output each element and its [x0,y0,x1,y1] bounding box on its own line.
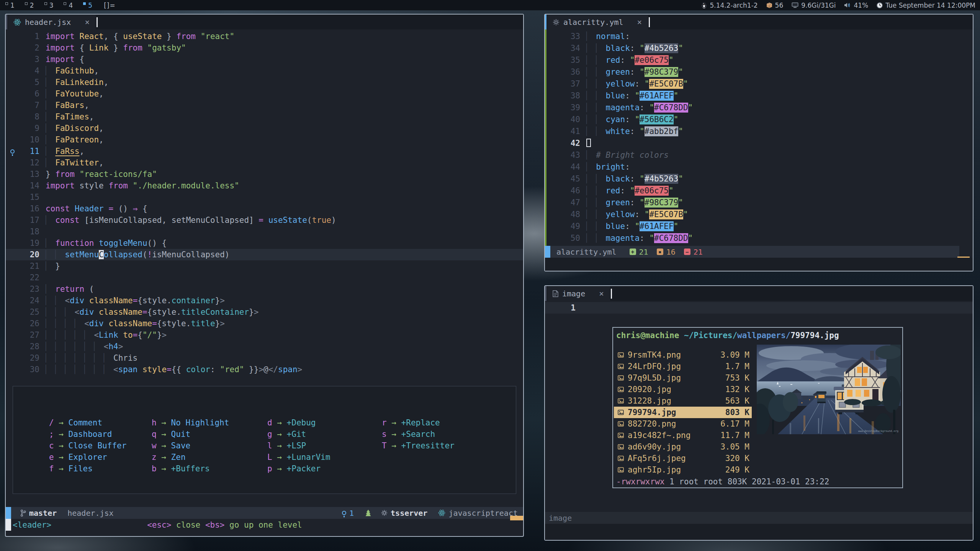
layout-symbol[interactable]: []= [104,2,116,9]
token: : [630,127,640,136]
whichkey-binding-f[interactable]: f → Files [13,463,116,474]
token: ▏ [46,112,55,121]
whichkey-binding-h[interactable]: h → No Highlight [116,417,233,428]
tab-header-jsx[interactable]: header.jsx × [8,15,96,29]
code-line-39[interactable]: 39▏ ▏ magenta: "#C678DD" [546,102,973,114]
code-line-44[interactable]: 44▏ bright: [546,161,973,173]
code-line-1[interactable]: 1import React, { useState } from "react" [6,31,523,42]
code-line-42[interactable]: 42 [546,137,973,149]
whichkey-binding-b[interactable]: b → +Buffers [116,463,233,474]
file-row-31228.jpg[interactable]: 31228.jpg563 K [614,395,752,407]
tab-alacritty-yml[interactable]: alacritty.yml × [547,15,648,29]
workspace-3[interactable]: 3 [44,2,54,9]
code-line-49[interactable]: 49▏ ▏ blue: "#61AFEF" [546,221,973,232]
code-line-19[interactable]: 19▏ function toggleMenu() { [6,237,523,249]
code-line-8[interactable]: 8▏ FaTimes, [6,111,523,123]
file-row-799794.jpg[interactable]: 799794.jpg803 K [614,407,752,418]
workspace-5-active[interactable]: 5 [83,2,92,9]
tab-close-icon[interactable]: × [637,18,642,27]
file-row-a19c482f~.png[interactable]: a19c482f~.png11.7 M [614,430,752,441]
whichkey-binding-w[interactable]: w → Save [116,440,233,451]
file-list: 9rsmTK4.png3.09 M24LrDFQ.jpg1.7 M97q9L5D… [614,349,752,476]
code-line-14[interactable]: 14import style from "./header.module.les… [6,180,523,191]
whichkey-binding-L[interactable]: L → +LunarVim [233,451,348,463]
whichkey-binding-;[interactable]: ; → Dashboard [13,428,116,440]
whichkey-binding-q[interactable]: q → Quit [116,428,233,440]
token: magenta [606,234,640,243]
file-row-97q9L5D.jpg[interactable]: 97q9L5D.jpg753 K [614,372,752,384]
whichkey-binding-l[interactable]: l → +LSP [233,440,348,451]
whichkey-binding-e[interactable]: e → Explorer [13,451,116,463]
code-line-34[interactable]: 34▏ ▏ black: "#4b5263" [546,43,973,54]
whichkey-binding-g[interactable]: g → +Git [233,428,348,440]
code-line-30[interactable]: 30▏ ▏ ▏ ▏ ▏ ▏ ▏ <span style={{ color: "r… [6,364,523,375]
code-line-11[interactable]: 11▏ FaRss, [6,146,523,157]
code-line-36[interactable]: 36▏ ▏ green: "#98C379" [546,66,973,78]
code-line-2[interactable]: 2import { Link } from "gatsby" [6,42,523,54]
whichkey-binding-p[interactable]: p → +Packer [233,463,348,474]
code-line-35[interactable]: 35▏ ▏ red: "#e06c75" [546,54,973,66]
workspace-2[interactable]: 2 [25,2,34,9]
line-number: 8 [19,111,39,123]
code-line-33[interactable]: 33▏ normal: [546,31,973,43]
code-area-alacritty-yml[interactable]: 33▏ normal:34▏ ▏ black: "#4b5263"35▏ ▏ r… [546,31,973,244]
tab-image[interactable]: image × [547,286,610,301]
file-row-AFq5r6j.jpeg[interactable]: AFq5r6j.jpeg320 K [614,453,752,464]
code-line-15[interactable]: 15 [6,191,523,203]
code-line-7[interactable]: 7▏ FaBars, [6,100,523,111]
code-line-28[interactable]: 28▏ ▏ ▏ ▏ ▏ ▏ <h4> [6,341,523,352]
code-line-17[interactable]: 17▏ const [isMenuCollapsed, setMenuColla… [6,214,523,226]
code-line-16[interactable]: 16const Header = () ⇒ { [6,203,523,214]
code-line-5[interactable]: 5▏ FaLinkedin, [6,77,523,88]
code-line-12[interactable]: 12▏ FaTwitter, [6,157,523,168]
code-line-45[interactable]: 45▏ ▏ black: "#4b5263" [546,173,973,185]
tab-close-icon[interactable]: × [85,18,90,27]
code-line-46[interactable]: 46▏ ▏ red: "#e06c75" [546,185,973,197]
code-line-6[interactable]: 6▏ FaYoutube, [6,88,523,100]
token: C [99,250,104,259]
git-branch-label[interactable]: master [29,508,57,518]
file-row-9rsmTK4.png[interactable]: 9rsmTK4.png3.09 M [614,349,752,361]
whichkey-binding-c[interactable]: c → Close Buffer [13,440,116,451]
file-row-24LrDFQ.jpg[interactable]: 24LrDFQ.jpg1.7 M [614,361,752,372]
file-row-882720.png[interactable]: 882720.png6.17 M [614,418,752,430]
code-line-38[interactable]: 38▏ ▏ blue: "#61AFEF" [546,90,973,102]
code-line-4[interactable]: 4▏ FaGithub, [6,65,523,77]
code-line-27[interactable]: 27▏ ▏ ▏ ▏ ▏ <Link to={"/"}> [6,329,523,341]
code-line-47[interactable]: 47▏ ▏ green: "#98C379" [546,197,973,209]
code-line-22[interactable]: 22 [6,272,523,283]
whichkey-binding-r[interactable]: r → +Replace [348,417,516,428]
code-line-41[interactable]: 41▏ ▏ white: "#abb2bf" [546,126,973,137]
whichkey-binding-/[interactable]: / → Comment [13,417,116,428]
code-line-20[interactable]: 20▏ ▏ setMenuCollapsed(!isMenuCollapsed) [6,249,523,260]
code-area-header-jsx[interactable]: 1import React, { useState } from "react"… [6,31,523,375]
workspace-4[interactable]: 4 [64,2,73,9]
code-line-25[interactable]: 25▏ ▏ ▏ <div className={style.titleConta… [6,306,523,318]
code-line-37[interactable]: 37▏ ▏ yellow: "#E5C07B" [546,78,973,90]
memory-status: 9.6Gi/31Gi [792,2,836,9]
code-line-10[interactable]: 10▏ FaPatreon, [6,134,523,146]
whichkey-binding-s[interactable]: s → +Search [348,428,516,440]
whichkey-binding-T[interactable]: T → +Treesitter [348,440,516,451]
code-line-40[interactable]: 40▏ ▏ cyan: "#56B6C2" [546,114,973,126]
code-line-23[interactable]: 23▏ return ( [6,283,523,295]
code-line-29[interactable]: 29▏ ▏ ▏ ▏ ▏ ▏ ▏ Chris [6,352,523,364]
file-row-aghr5Ip.jpg[interactable]: aghr5Ip.jpg249 K [614,464,752,476]
workspace-1[interactable]: 1 [5,2,15,9]
code-line-9[interactable]: 9▏ FaDiscord, [6,123,523,134]
tab-close-icon[interactable]: × [599,289,604,298]
file-row-ad6v90y.jpg[interactable]: ad6v90y.jpg3.05 M [614,441,752,453]
file-row-20920.jpg[interactable]: 20920.jpg132 K [614,384,752,395]
code-line-26[interactable]: 26▏ ▏ ▏ ▏ <div className={style.title}> [6,318,523,329]
code-line-48[interactable]: 48▏ ▏ yellow: "#E5C07B" [546,209,973,221]
code-line-43[interactable]: 43▏ # Bright colors [546,149,973,161]
code-line-13[interactable]: 13} from "react-icons/fa" [6,168,523,180]
whichkey-binding-z[interactable]: z → Zen [116,451,233,463]
whichkey-binding-d[interactable]: d → +Debug [233,417,348,428]
code-line-18[interactable]: 18 [6,226,523,237]
command-line[interactable]: <leader> <esc> close <bs> go up one leve… [6,519,523,531]
code-line-50[interactable]: 50▏ ▏ magenta: "#C678DD" [546,232,973,244]
code-line-24[interactable]: 24▏ ▏ <div className={style.container}> [6,295,523,306]
code-line-3[interactable]: 3import { [6,54,523,65]
code-line-21[interactable]: 21▏ } [6,260,523,272]
